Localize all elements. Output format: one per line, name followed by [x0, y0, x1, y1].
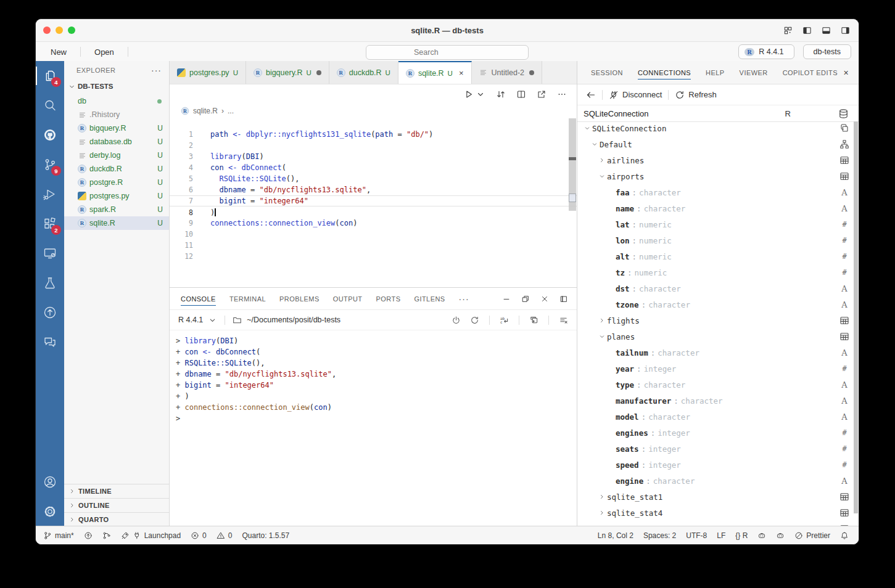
refresh-button[interactable]: Refresh	[675, 90, 717, 100]
activity-testing[interactable]	[36, 268, 64, 298]
console-output[interactable]: > library(DBI)+ con <- dbConnect(+ RSQLi…	[170, 330, 577, 424]
expand-icon[interactable]	[597, 317, 607, 324]
tree-item-year[interactable]: year:integer#	[577, 361, 859, 377]
file-bigquery.R[interactable]: R bigquery.R U	[64, 121, 169, 135]
section-timeline[interactable]: TIMELINE	[64, 484, 169, 498]
section-outline[interactable]: OUTLINE	[64, 498, 169, 512]
duplicate-console-icon[interactable]	[529, 316, 538, 325]
pane-tab-copilot-edits[interactable]: COPILOT EDITS	[783, 61, 838, 84]
status-notifications[interactable]	[840, 531, 849, 540]
panel-tab-ports[interactable]: PORTS	[376, 288, 401, 309]
status-quarto[interactable]: Quarto: 1.5.57	[242, 531, 289, 540]
explorer-more-button[interactable]: ···	[151, 65, 162, 75]
save-all-button[interactable]	[146, 50, 153, 54]
tree-item-tailnum[interactable]: tailnum:characterA	[577, 345, 859, 361]
tab-duckdb.R[interactable]: Rduckdb.R U	[329, 61, 398, 84]
back-icon[interactable]	[586, 90, 596, 100]
status-copilot-1[interactable]	[757, 531, 766, 540]
tree-item-model[interactable]: model:characterA	[577, 409, 859, 425]
workspace-root-folder[interactable]: DB-TESTS	[64, 80, 169, 93]
panel-tab-output[interactable]: OUTPUT	[333, 288, 363, 309]
expand-icon[interactable]	[597, 157, 607, 164]
status-prettier[interactable]: Prettier	[794, 531, 830, 540]
section-quarto[interactable]: QUARTO	[64, 512, 169, 526]
panel-tab-problems[interactable]: PROBLEMS	[279, 288, 320, 309]
connection-header-row[interactable]: SQLiteConnection R	[577, 105, 859, 122]
search-input[interactable]: Search	[366, 45, 529, 60]
tree-item-airlines[interactable]: airlines	[577, 152, 859, 168]
tree-item-type[interactable]: type:characterA	[577, 377, 859, 393]
file-db[interactable]: db	[64, 94, 169, 108]
panel-close-icon[interactable]	[540, 295, 549, 303]
close-tab-icon[interactable]: ×	[459, 68, 464, 78]
tree-item-sqlite_stat1[interactable]: sqlite_stat1	[577, 489, 859, 505]
file-database.db[interactable]: database.db U	[64, 135, 169, 149]
file-duckdb.R[interactable]: R duckdb.R U	[64, 162, 169, 176]
tree-item-alt[interactable]: alt:numeric#	[577, 248, 859, 264]
word-wrap-icon[interactable]: abc	[500, 316, 509, 325]
tree-item-lon[interactable]: lon:numeric#	[577, 232, 859, 248]
collapse-icon[interactable]	[597, 173, 607, 180]
panel-more-icon[interactable]: ···	[459, 294, 469, 304]
status-errors[interactable]: 0	[191, 531, 207, 540]
toggle-right-sidebar-icon[interactable]	[841, 26, 850, 35]
pane-tab-session[interactable]: SESSION	[591, 61, 623, 84]
tree-item-engine[interactable]: engine:characterA	[577, 473, 859, 489]
tree-item-speed[interactable]: speed:integer#	[577, 457, 859, 473]
tree-item-name[interactable]: name:characterA	[577, 200, 859, 216]
activity-publish[interactable]	[36, 298, 64, 327]
activity-github[interactable]	[36, 120, 64, 150]
activity-source-control[interactable]: 9	[36, 150, 64, 179]
pane-close-icon[interactable]: ×	[843, 68, 849, 78]
clear-console-icon[interactable]	[559, 316, 568, 325]
panel-tab-terminal[interactable]: TERMINAL	[229, 288, 266, 309]
workspace-selector[interactable]: db-tests	[803, 44, 851, 59]
tree-item-engines[interactable]: engines:integer#	[577, 425, 859, 441]
editor-scrollbar[interactable]	[569, 118, 576, 211]
expand-icon[interactable]	[597, 509, 607, 517]
restart-session-icon[interactable]	[470, 316, 479, 325]
tree-item-seats[interactable]: seats:integer#	[577, 441, 859, 457]
file-sqlite.R[interactable]: R sqlite.R U	[64, 216, 169, 230]
toggle-left-sidebar-icon[interactable]	[802, 26, 812, 35]
tab-Untitled-2[interactable]: Untitled-2	[472, 61, 543, 84]
open-in-new-window-icon[interactable]	[537, 89, 546, 99]
activity-run-debug[interactable]	[36, 179, 64, 209]
interpreter-selector[interactable]: RR 4.4.1	[738, 44, 794, 59]
file-postgre.R[interactable]: R postgre.R U	[64, 176, 169, 189]
panel-tab-gitlens[interactable]: GITLENS	[414, 288, 445, 309]
open-button[interactable]: Open	[87, 46, 122, 59]
save-button[interactable]	[134, 50, 142, 54]
tree-item-manufacturer[interactable]: manufacturer:characterA	[577, 393, 859, 409]
activity-extensions[interactable]: 2	[36, 209, 64, 239]
panel-tab-console[interactable]: CONSOLE	[181, 288, 216, 309]
tree-item-tzone[interactable]: tzone:characterA	[577, 296, 859, 312]
activity-settings[interactable]	[36, 497, 64, 526]
disconnect-button[interactable]: Disconnect	[609, 90, 662, 100]
code-editor[interactable]: 1path <- dbplyr::nycflights131_sqlite(pa…	[170, 118, 577, 288]
connections-scrollbar[interactable]	[854, 121, 858, 513]
collapse-icon[interactable]	[582, 125, 592, 132]
split-editor-icon[interactable]	[516, 89, 526, 99]
tree-item-tz[interactable]: tz:numeric#	[577, 264, 859, 280]
activity-account[interactable]	[36, 467, 64, 497]
tree-item-faa[interactable]: faa:characterA	[577, 184, 859, 200]
activity-explorer[interactable]: 4	[36, 61, 64, 91]
status-publish[interactable]	[84, 531, 93, 540]
status-indentation[interactable]: Spaces: 2	[643, 531, 676, 540]
file-derby.log[interactable]: derby.log U	[64, 149, 169, 162]
expand-icon[interactable]	[597, 493, 607, 500]
tab-postgres.py[interactable]: postgres.py U	[170, 61, 246, 84]
activity-remote-preview[interactable]	[36, 239, 64, 268]
activity-search[interactable]	[36, 91, 64, 120]
tree-item-sqlite_stat4[interactable]: sqlite_stat4	[577, 505, 859, 521]
customize-layout-icon[interactable]	[783, 26, 793, 35]
status-language-mode[interactable]: {} R	[735, 531, 748, 540]
status-encoding[interactable]: UTF-8	[686, 531, 707, 540]
console-runtime-select[interactable]: R 4.4.1	[178, 316, 203, 324]
status-launchpad[interactable]: Launchpad	[121, 531, 181, 540]
tree-item-SQLiteConnection[interactable]: SQLiteConnection	[577, 120, 859, 136]
tree-item-flights[interactable]: flights	[577, 312, 859, 329]
collapse-icon[interactable]	[590, 141, 600, 148]
tree-item-lat[interactable]: lat:numeric#	[577, 216, 859, 232]
